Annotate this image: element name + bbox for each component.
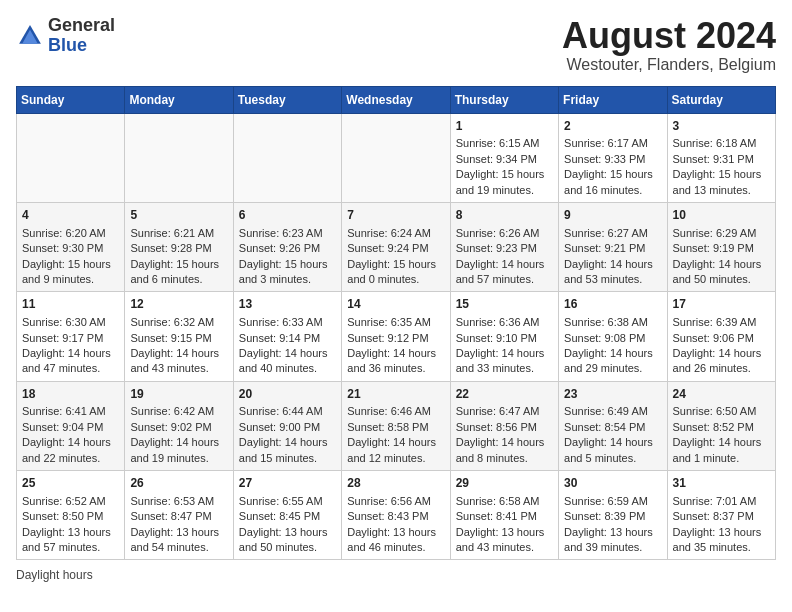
calendar-cell: 19Sunrise: 6:42 AMSunset: 9:02 PMDayligh… [125,381,233,470]
day-detail: Daylight: 13 hours [347,525,444,540]
calendar-day-header: Monday [125,86,233,113]
day-number: 26 [130,475,227,492]
day-detail: and 5 minutes. [564,451,661,466]
day-detail: and 43 minutes. [456,540,553,555]
logo: General Blue [16,16,115,56]
day-detail: Sunrise: 6:18 AM [673,136,770,151]
day-detail: Sunrise: 6:38 AM [564,315,661,330]
day-number: 30 [564,475,661,492]
footer-text: Daylight hours [16,568,93,582]
calendar-cell: 25Sunrise: 6:52 AMSunset: 8:50 PMDayligh… [17,471,125,560]
day-number: 7 [347,207,444,224]
day-detail: Daylight: 13 hours [239,525,336,540]
day-number: 14 [347,296,444,313]
day-detail: Sunrise: 6:17 AM [564,136,661,151]
day-detail: Sunrise: 6:50 AM [673,404,770,419]
calendar-cell: 13Sunrise: 6:33 AMSunset: 9:14 PMDayligh… [233,292,341,381]
day-detail: Sunrise: 6:33 AM [239,315,336,330]
day-detail: and 13 minutes. [673,183,770,198]
day-detail: Daylight: 15 hours [22,257,119,272]
day-detail: Sunset: 9:30 PM [22,241,119,256]
day-detail: and 33 minutes. [456,361,553,376]
day-detail: Sunset: 9:04 PM [22,420,119,435]
day-number: 12 [130,296,227,313]
day-number: 18 [22,386,119,403]
day-detail: Daylight: 13 hours [456,525,553,540]
day-detail: Sunset: 8:41 PM [456,509,553,524]
logo-text: General Blue [48,16,115,56]
day-detail: and 36 minutes. [347,361,444,376]
day-detail: Sunset: 9:34 PM [456,152,553,167]
day-detail: Sunrise: 6:44 AM [239,404,336,419]
day-detail: and 50 minutes. [673,272,770,287]
day-number: 19 [130,386,227,403]
day-detail: Sunrise: 6:24 AM [347,226,444,241]
day-detail: Sunset: 9:15 PM [130,331,227,346]
day-detail: Daylight: 13 hours [673,525,770,540]
calendar-cell: 10Sunrise: 6:29 AMSunset: 9:19 PMDayligh… [667,202,775,291]
calendar-cell: 16Sunrise: 6:38 AMSunset: 9:08 PMDayligh… [559,292,667,381]
main-title: August 2024 [562,16,776,56]
day-detail: and 40 minutes. [239,361,336,376]
calendar-cell: 27Sunrise: 6:55 AMSunset: 8:45 PMDayligh… [233,471,341,560]
day-detail: Daylight: 14 hours [456,435,553,450]
day-detail: Sunset: 8:39 PM [564,509,661,524]
day-detail: Daylight: 14 hours [347,346,444,361]
subtitle: Westouter, Flanders, Belgium [562,56,776,74]
calendar-day-header: Tuesday [233,86,341,113]
calendar-cell [233,113,341,202]
day-detail: Sunrise: 6:49 AM [564,404,661,419]
day-detail: Sunset: 9:12 PM [347,331,444,346]
day-number: 15 [456,296,553,313]
day-detail: and 29 minutes. [564,361,661,376]
day-detail: Sunrise: 6:53 AM [130,494,227,509]
calendar-cell [342,113,450,202]
day-detail: and 46 minutes. [347,540,444,555]
day-detail: and 9 minutes. [22,272,119,287]
calendar-cell: 28Sunrise: 6:56 AMSunset: 8:43 PMDayligh… [342,471,450,560]
day-detail: Sunset: 8:58 PM [347,420,444,435]
day-number: 16 [564,296,661,313]
calendar-cell: 12Sunrise: 6:32 AMSunset: 9:15 PMDayligh… [125,292,233,381]
day-number: 3 [673,118,770,135]
calendar-cell: 21Sunrise: 6:46 AMSunset: 8:58 PMDayligh… [342,381,450,470]
calendar-cell: 31Sunrise: 7:01 AMSunset: 8:37 PMDayligh… [667,471,775,560]
day-number: 11 [22,296,119,313]
day-detail: Sunset: 8:45 PM [239,509,336,524]
day-number: 5 [130,207,227,224]
day-detail: and 50 minutes. [239,540,336,555]
day-detail: Sunset: 9:02 PM [130,420,227,435]
calendar-cell: 3Sunrise: 6:18 AMSunset: 9:31 PMDaylight… [667,113,775,202]
day-detail: and 0 minutes. [347,272,444,287]
calendar-cell [125,113,233,202]
day-detail: Daylight: 15 hours [130,257,227,272]
calendar-day-header: Friday [559,86,667,113]
day-detail: Sunrise: 6:58 AM [456,494,553,509]
calendar-cell: 2Sunrise: 6:17 AMSunset: 9:33 PMDaylight… [559,113,667,202]
calendar-day-header: Sunday [17,86,125,113]
logo-general: General [48,15,115,35]
day-detail: Daylight: 14 hours [564,435,661,450]
day-detail: and 8 minutes. [456,451,553,466]
day-detail: Sunset: 9:31 PM [673,152,770,167]
calendar-cell: 11Sunrise: 6:30 AMSunset: 9:17 PMDayligh… [17,292,125,381]
calendar-cell: 30Sunrise: 6:59 AMSunset: 8:39 PMDayligh… [559,471,667,560]
day-detail: and 12 minutes. [347,451,444,466]
day-detail: Sunrise: 7:01 AM [673,494,770,509]
day-detail: Sunset: 9:14 PM [239,331,336,346]
day-detail: Sunrise: 6:15 AM [456,136,553,151]
day-detail: and 54 minutes. [130,540,227,555]
day-detail: Daylight: 14 hours [239,346,336,361]
day-number: 10 [673,207,770,224]
calendar-cell: 15Sunrise: 6:36 AMSunset: 9:10 PMDayligh… [450,292,558,381]
day-detail: Sunrise: 6:30 AM [22,315,119,330]
day-detail: Sunset: 8:50 PM [22,509,119,524]
day-number: 23 [564,386,661,403]
calendar-cell: 18Sunrise: 6:41 AMSunset: 9:04 PMDayligh… [17,381,125,470]
day-detail: Sunset: 9:08 PM [564,331,661,346]
title-block: August 2024 Westouter, Flanders, Belgium [562,16,776,74]
day-detail: and 47 minutes. [22,361,119,376]
day-detail: Sunrise: 6:55 AM [239,494,336,509]
logo-icon [16,22,44,50]
day-detail: Sunset: 8:37 PM [673,509,770,524]
